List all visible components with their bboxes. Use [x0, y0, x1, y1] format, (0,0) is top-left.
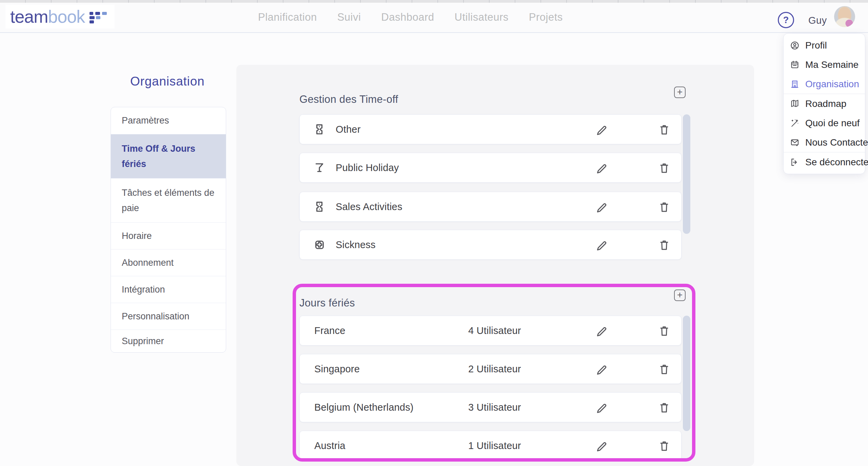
menu-item-label: Ma Semaine	[805, 59, 859, 70]
holiday-user-count: 4 Utilisateur	[468, 325, 521, 336]
delete-button[interactable]	[657, 238, 672, 253]
menu-item-ma-semaine[interactable]: Ma Semaine	[784, 55, 865, 74]
main-panel: Gestion des Time-off + Other Public Holi…	[236, 65, 754, 466]
nav-suivi[interactable]: Suivi	[337, 11, 361, 23]
menu-item-label: Roadmap	[805, 98, 846, 109]
plus-icon: +	[677, 87, 683, 97]
delete-button[interactable]	[657, 323, 672, 338]
nav-dashboard[interactable]: Dashboard	[381, 11, 434, 23]
sidebar-item-abonnement[interactable]: Abonnement	[111, 249, 226, 276]
delete-button[interactable]	[657, 122, 672, 137]
sidebar-item-label: Intégration	[122, 282, 165, 297]
sidebar-item-supprimer[interactable]: Supprimer	[111, 330, 226, 352]
edit-button[interactable]	[594, 161, 609, 175]
timeoff-row-label: Other	[336, 124, 361, 135]
logo-book-text: book	[48, 7, 85, 26]
timeoff-row: Sickness	[299, 230, 682, 260]
top-bar: teambook Planification Suivi Dashboard U…	[0, 3, 868, 33]
edit-button[interactable]	[594, 439, 609, 453]
delete-button[interactable]	[657, 161, 672, 175]
delete-button[interactable]	[657, 439, 672, 453]
nav-planification[interactable]: Planification	[258, 11, 317, 23]
plus-icon: +	[677, 290, 683, 300]
browser-tab-strip	[0, 0, 868, 3]
user-dropdown-menu: Profil Ma Semaine Organisation Roadmap	[783, 33, 865, 174]
holiday-row-label: Austria	[314, 440, 346, 451]
menu-item-label: Organisation	[805, 79, 859, 90]
nav-projets[interactable]: Projets	[529, 11, 563, 23]
timeoff-section-title: Gestion des Time-off	[299, 93, 398, 106]
menu-item-label: Nous Contacter	[805, 137, 868, 148]
sidebar-item-label: Personnalisation	[122, 309, 190, 324]
ticket-icon	[313, 123, 326, 135]
holiday-row: Singapore 2 Utilisateur	[299, 354, 682, 384]
main-nav: Planification Suivi Dashboard Utilisateu…	[258, 3, 563, 32]
holiday-row: Austria 1 Utilisateur	[299, 431, 682, 461]
edit-button[interactable]	[594, 362, 609, 377]
edit-button[interactable]	[594, 323, 609, 338]
sidebar-item-label: Paramètres	[122, 113, 169, 128]
timeoff-row: Sales Activities	[299, 192, 682, 222]
avatar[interactable]	[834, 6, 855, 27]
edit-button[interactable]	[594, 238, 609, 253]
timeoff-row: Public Holiday	[299, 153, 682, 183]
holiday-row: Belgium (Netherlands) 3 Utilisateur	[299, 392, 682, 422]
magic-wand-icon	[790, 118, 800, 128]
sidebar-item-label: Time Off & Jours fériés	[122, 141, 219, 172]
edit-button[interactable]	[594, 200, 609, 215]
sidebar-item-integration[interactable]: Intégration	[111, 276, 226, 303]
menu-item-profil[interactable]: Profil	[784, 36, 865, 55]
timeoff-row-label: Public Holiday	[336, 162, 399, 173]
settings-sidebar: Paramètres Time Off & Jours fériés Tâche…	[111, 107, 226, 353]
user-circle-icon	[790, 40, 800, 51]
calendar-icon	[790, 60, 800, 70]
menu-item-nous-contacter[interactable]: Nous Contacter	[784, 133, 865, 152]
app-screen: teambook Planification Suivi Dashboard U…	[0, 0, 868, 466]
building-icon	[790, 79, 800, 89]
ticket-icon	[313, 201, 326, 213]
menu-item-label: Profil	[805, 40, 827, 51]
sidebar-item-time-off[interactable]: Time Off & Jours fériés	[111, 134, 226, 178]
logo-team-text: team	[10, 7, 48, 26]
add-holiday-button[interactable]: +	[674, 290, 686, 301]
page-title: Organisation	[130, 74, 204, 89]
timeoff-row: Other	[299, 114, 682, 144]
nav-utilisateurs[interactable]: Utilisateurs	[455, 11, 509, 23]
menu-item-organisation[interactable]: Organisation	[784, 74, 865, 94]
menu-item-label: Se déconnecter	[805, 157, 868, 168]
holiday-row-label: Belgium (Netherlands)	[314, 402, 414, 413]
holiday-user-count: 2 Utilisateur	[468, 364, 521, 375]
edit-button[interactable]	[594, 400, 609, 415]
help-glyph: ?	[783, 15, 789, 25]
logo-text: teambook	[10, 8, 85, 25]
sidebar-item-label: Supprimer	[122, 334, 164, 349]
timeoff-scrollbar[interactable]	[683, 114, 690, 234]
app-logo: teambook	[5, 5, 115, 29]
holiday-row-label: France	[314, 325, 345, 336]
menu-item-se-deconnecter[interactable]: Se déconnecter	[784, 152, 865, 172]
holiday-user-count: 1 Utilisateur	[468, 440, 521, 451]
help-icon[interactable]: ?	[778, 12, 794, 28]
sidebar-item-parametres[interactable]: Paramètres	[111, 107, 226, 134]
sidebar-item-personnalisation[interactable]: Personnalisation	[111, 303, 226, 330]
menu-item-roadmap[interactable]: Roadmap	[784, 94, 865, 113]
edit-button[interactable]	[594, 122, 609, 137]
timeoff-row-label: Sales Activities	[336, 201, 402, 212]
timeoff-row-label: Sickness	[336, 239, 376, 250]
sidebar-item-label: Abonnement	[122, 255, 174, 271]
holiday-row: France 4 Utilisateur	[299, 316, 682, 346]
logout-icon	[790, 157, 800, 167]
menu-item-quoi-de-neuf[interactable]: Quoi de neuf	[784, 113, 865, 133]
delete-button[interactable]	[657, 200, 672, 215]
holidays-scrollbar[interactable]	[683, 316, 690, 431]
sidebar-item-label: Horaire	[122, 228, 152, 244]
martini-icon	[313, 162, 326, 174]
sidebar-item-label: Tâches et éléments de paie	[122, 185, 219, 216]
sidebar-item-taches-paie[interactable]: Tâches et éléments de paie	[111, 178, 226, 222]
user-name: Guy	[808, 15, 827, 26]
menu-item-label: Quoi de neuf	[805, 118, 860, 129]
add-timeoff-button[interactable]: +	[674, 87, 686, 98]
sidebar-item-horaire[interactable]: Horaire	[111, 222, 226, 249]
delete-button[interactable]	[657, 362, 672, 377]
delete-button[interactable]	[657, 400, 672, 415]
